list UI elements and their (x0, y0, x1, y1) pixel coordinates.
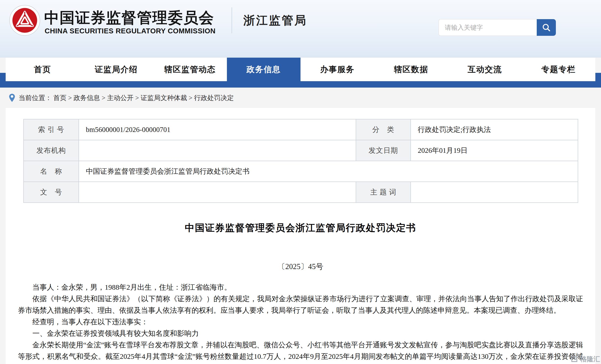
nav-tab-services[interactable]: 办事服务 (300, 58, 374, 81)
document-number: 〔2025〕45号 (18, 261, 583, 272)
main-navigation: 首页 证监局介绍 辖区监管动态 政务信息 办事服务 辖区数据 互动交流 专题专栏 (0, 58, 601, 88)
nav-tab-interaction[interactable]: 互动交流 (448, 58, 522, 81)
document-body: 当事人：金永荣，男，1988年2月出生，住址：浙江省临海市。 依据《中华人民共和… (18, 282, 583, 364)
gelonghui-watermark: 格隆汇 (570, 355, 600, 364)
issuing-agency-label: 发布机构 (24, 140, 79, 161)
location-pin-icon (9, 93, 15, 102)
table-row: 发布机构 发文日期 2026年01月19日 (24, 140, 578, 161)
paragraph-parties: 当事人：金永荣，男，1988年2月出生，住址：浙江省临海市。 (18, 282, 583, 293)
subject-words-value (411, 182, 578, 203)
table-row: 文 号 主 题 词 (24, 182, 578, 203)
paragraph-findings-intro: 经查明，当事人存在以下违法事实： (18, 316, 583, 328)
name-label: 名 称 (24, 161, 79, 182)
nav-tab-home[interactable]: 首页 (6, 58, 79, 81)
page: 中国证券监督管理委员会 CHINA SECURITIES REGULATORY … (0, 0, 601, 364)
nav-tab-regional-data[interactable]: 辖区数据 (374, 58, 448, 81)
index-number-label: 索 引 号 (24, 119, 79, 140)
document-title: 中国证券监督管理委员会浙江监管局行政处罚决定书 (18, 221, 583, 234)
nav-tab-government-info[interactable]: 政务信息 (227, 58, 301, 81)
brand-divider (232, 7, 232, 33)
issue-date-label: 发文日期 (356, 140, 411, 161)
nav-panel: 首页 证监局介绍 辖区监管动态 政务信息 办事服务 辖区数据 互动交流 专题专栏 (6, 58, 595, 81)
document-meta-table: 索 引 号 bm56000001/2026-00000701 分 类 行政处罚决… (23, 119, 578, 203)
org-name-cn: 中国证券监督管理委员会 (44, 8, 214, 28)
search-input[interactable] (439, 19, 537, 36)
search-box (439, 19, 556, 36)
issuing-agency-value (79, 140, 356, 161)
breadcrumb: 当前位置： 首页 > 政务信息 > 主动公开 > 证监局文种体裁 > 行政处罚决… (0, 88, 601, 108)
nav-tab-regional-dynamics[interactable]: 辖区监管动态 (153, 58, 227, 81)
index-number-value: bm56000001/2026-00000701 (79, 119, 356, 140)
org-name-en: CHINA SECURITIES REGULATORY COMMISSION (45, 27, 216, 35)
nav-tab-special-topics[interactable]: 专题专栏 (522, 58, 596, 81)
search-icon (542, 23, 551, 32)
table-row: 名 称 中国证券监督管理委员会浙江监管局行政处罚决定书 (24, 161, 578, 182)
name-value: 中国证券监督管理委员会浙江监管局行政处罚决定书 (79, 161, 578, 182)
issue-date-value: 2026年01月19日 (411, 140, 578, 161)
nav-tab-bureau-intro[interactable]: 证监局介绍 (79, 58, 153, 81)
breadcrumb-path[interactable]: 首页 > 政务信息 > 主动公开 > 证监局文种体裁 > 行政处罚决定 (53, 93, 234, 102)
search-button[interactable] (537, 19, 556, 36)
csrc-emblem-logo (9, 5, 40, 36)
bureau-name: 浙江监管局 (243, 13, 307, 28)
paragraph-legal-basis: 依据《中华人民共和国证券法》（以下简称《证券法》）的有关规定，我局对金永荣操纵证… (18, 293, 583, 316)
site-header: 中国证券监督管理委员会 CHINA SECURITIES REGULATORY … (0, 0, 601, 58)
paragraph-facts: 金永荣长期使用“金浤”账号在雪球平台发布荐股文章，并辅以在淘股吧、微信公众号、小… (18, 339, 583, 364)
doc-number-value (79, 182, 356, 203)
table-row: 索 引 号 bm56000001/2026-00000701 分 类 行政处罚决… (24, 119, 578, 140)
gelonghui-logo (570, 355, 578, 363)
category-value: 行政处罚决定;行政执法 (411, 119, 578, 140)
category-label: 分 类 (356, 119, 411, 140)
watermark-label: 格隆汇 (580, 355, 600, 364)
paragraph-section-heading: 一、金永荣在证券投资领域具有较大知名度和影响力 (18, 328, 583, 339)
subject-words-label: 主 题 词 (356, 182, 411, 203)
content-panel: 索 引 号 bm56000001/2026-00000701 分 类 行政处罚决… (6, 108, 595, 364)
doc-number-label: 文 号 (24, 182, 79, 203)
breadcrumb-prefix: 当前位置： (19, 93, 52, 102)
